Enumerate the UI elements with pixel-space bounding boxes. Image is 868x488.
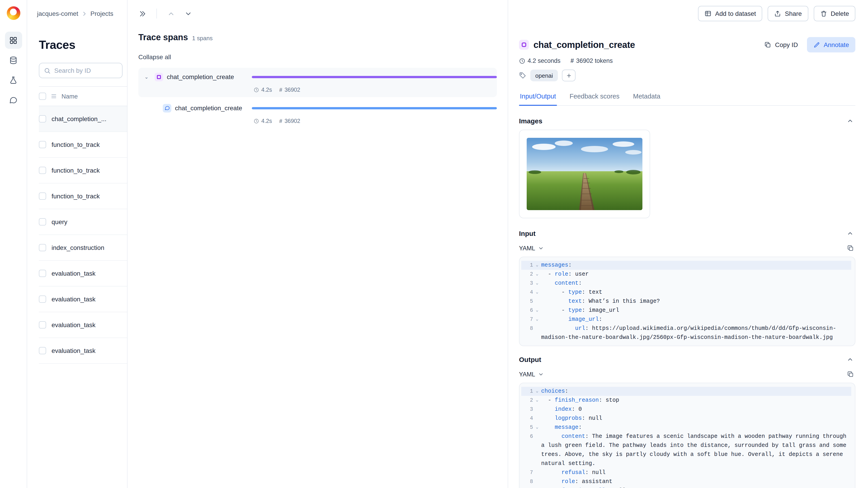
comet-logo[interactable] — [6, 6, 20, 20]
fold-chevron-icon[interactable]: ⌄ — [533, 279, 541, 288]
chevron-down-icon — [184, 10, 192, 18]
trace-row[interactable]: function_to_track — [39, 132, 127, 158]
span-block: chat_completion_create4.2s#36902 — [138, 99, 497, 128]
collapse-output-button[interactable] — [845, 354, 855, 365]
fold-chevron-icon[interactable]: ⌄ — [533, 396, 541, 405]
tab-feedback-scores[interactable]: Feedback scores — [569, 89, 620, 105]
detail-panel: Add to dataset Share Delete chat_complet… — [508, 0, 868, 488]
trace-checkbox[interactable] — [39, 321, 46, 328]
span-duration-bar[interactable] — [252, 76, 497, 78]
trace-row[interactable]: index_construction — [39, 235, 127, 261]
trace-checkbox[interactable] — [39, 244, 46, 251]
nav-datasets[interactable] — [5, 52, 22, 69]
fold-chevron-icon — [533, 477, 541, 486]
tag-pill[interactable]: openai — [530, 70, 558, 81]
fold-chevron-icon[interactable]: ⌄ — [533, 315, 541, 324]
search-input[interactable] — [54, 67, 118, 74]
collapse-all-button[interactable]: Collapse all — [138, 53, 171, 61]
delete-button[interactable]: Delete — [813, 6, 855, 21]
copy-input-button[interactable] — [845, 243, 855, 253]
input-code-block: 1⌄messages:2⌄ - role: user3⌄ content:4⌄ … — [519, 257, 855, 346]
trace-row[interactable]: chat_completion_... — [39, 106, 127, 132]
code-line: 7⌄ image_url: — [521, 315, 851, 324]
trace-row[interactable]: query — [39, 209, 127, 235]
chevron-up-icon — [847, 118, 854, 124]
collapse-input-button[interactable] — [845, 228, 855, 238]
tab-input-output[interactable]: Input/Output — [519, 89, 557, 105]
trace-row[interactable]: evaluation_task — [39, 261, 127, 287]
fold-chevron-icon[interactable]: ⌄ — [533, 423, 541, 432]
search-box[interactable] — [39, 63, 123, 78]
add-to-dataset-button[interactable]: Add to dataset — [698, 6, 763, 21]
trace-checkbox[interactable] — [39, 193, 46, 200]
list-icon — [51, 93, 57, 99]
trace-row[interactable]: evaluation_task — [39, 312, 127, 338]
select-all-checkbox[interactable] — [39, 93, 46, 100]
trace-checkbox[interactable] — [39, 295, 46, 303]
next-trace-button[interactable] — [180, 6, 196, 21]
dataset-icon — [704, 10, 712, 17]
copy-output-button[interactable] — [845, 369, 855, 379]
breadcrumb: jacques-comet Projects — [27, 10, 118, 17]
trace-checkbox[interactable] — [39, 141, 46, 148]
copy-id-button[interactable]: Copy ID — [764, 41, 798, 48]
table-header: Name — [39, 86, 127, 106]
code-line: 2⌄ - finish_reason: stop — [521, 396, 851, 405]
span-row[interactable]: ⌄chat_completion_create — [138, 70, 497, 84]
span-name: chat_completion_create — [175, 104, 242, 111]
span-detail-title: chat_completion_create — [533, 39, 764, 50]
line-number: 6 — [521, 306, 533, 315]
image-card[interactable] — [519, 130, 650, 218]
code-line: 1⌄messages: — [521, 261, 851, 270]
trace-row-list: chat_completion_...function_to_trackfunc… — [39, 106, 127, 364]
chevron-up-icon — [167, 10, 175, 18]
fold-chevron-icon[interactable]: ⌄ — [533, 261, 541, 270]
span-toggle-chevron-icon[interactable]: ⌄ — [142, 74, 151, 80]
fold-chevron-icon[interactable]: ⌄ — [533, 288, 541, 297]
breadcrumb-section[interactable]: Projects — [90, 10, 113, 17]
breadcrumb-project[interactable]: jacques-comet — [37, 10, 78, 17]
tab-metadata[interactable]: Metadata — [632, 89, 661, 105]
line-number: 4 — [521, 414, 533, 423]
fold-chevron-icon[interactable]: ⌄ — [533, 270, 541, 279]
span-row[interactable]: chat_completion_create — [138, 101, 497, 115]
copy-icon — [847, 245, 854, 252]
share-button[interactable]: Share — [768, 6, 808, 21]
nav-experiments[interactable] — [5, 71, 22, 89]
trace-row[interactable]: function_to_track — [39, 158, 127, 184]
line-number: 2 — [521, 396, 533, 405]
llm-span-icon — [155, 72, 163, 81]
fold-chevron-icon[interactable]: ⌄ — [533, 306, 541, 315]
trace-row[interactable]: evaluation_task — [39, 287, 127, 312]
chat-bubble-icon — [9, 96, 18, 104]
output-format-select[interactable]: YAML — [519, 371, 544, 378]
line-number: 7 — [521, 468, 533, 477]
trace-checkbox[interactable] — [39, 218, 46, 225]
trace-checkbox[interactable] — [39, 115, 46, 123]
nav-projects[interactable] — [5, 32, 22, 49]
trace-checkbox[interactable] — [39, 270, 46, 277]
trace-name: evaluation_task — [52, 321, 127, 328]
name-column-header[interactable]: Name — [61, 93, 78, 100]
span-duration-bar[interactable] — [252, 107, 497, 109]
detail-tabs: Input/OutputFeedback scoresMetadata — [519, 89, 855, 106]
trace-checkbox[interactable] — [39, 167, 46, 174]
copy-icon — [847, 370, 854, 378]
previous-trace-button[interactable] — [163, 6, 179, 21]
expand-panel-button[interactable] — [135, 6, 150, 21]
annotate-button[interactable]: Annotate — [807, 37, 855, 53]
input-format-select[interactable]: YAML — [519, 245, 544, 252]
trace-row[interactable]: evaluation_task — [39, 338, 127, 364]
trace-checkbox[interactable] — [39, 347, 46, 354]
tokens-meta: # 36902 tokens — [570, 57, 613, 64]
collapse-images-button[interactable] — [845, 116, 855, 126]
trace-row[interactable]: function_to_track — [39, 184, 127, 209]
code-line: 8 url: https://upload.wikimedia.org/wiki… — [521, 324, 851, 342]
add-tag-button[interactable] — [562, 70, 576, 81]
fold-chevron-icon[interactable]: ⌄ — [533, 387, 541, 396]
nav-feedback[interactable] — [5, 91, 22, 108]
trace-name: index_construction — [52, 244, 127, 251]
tokens-value: 36902 tokens — [576, 57, 613, 64]
search-icon — [44, 67, 51, 74]
span-meta: 4.2s#36902 — [254, 117, 497, 125]
